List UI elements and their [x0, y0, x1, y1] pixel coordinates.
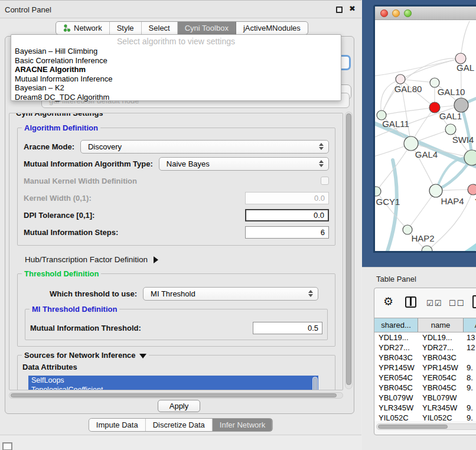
- table-row[interactable]: YDL19...YDL19...13: [374, 332, 476, 343]
- table-row[interactable]: YLR345WYLR345W9.: [374, 403, 476, 413]
- sources-legend[interactable]: Sources for Network Inference: [22, 351, 149, 360]
- list-scrollbar[interactable]: [312, 377, 318, 390]
- table-cell[interactable]: 9.: [464, 413, 476, 421]
- zoom-traffic-light-icon[interactable]: [404, 9, 412, 17]
- table-cell[interactable]: YDR27...: [374, 343, 418, 353]
- tab-impute-data[interactable]: Impute Data: [89, 419, 146, 431]
- table-cell[interactable]: YDL19...: [418, 332, 464, 343]
- network-node-gal4[interactable]: [404, 136, 418, 151]
- algorithm-option[interactable]: Dream8 DC_TDC Algorithm: [11, 93, 341, 102]
- network-canvas[interactable]: GALGAL80GAL10GAL1GAL11SWI4GAL4GCY1HAP4YH…: [375, 20, 476, 253]
- tab-network[interactable]: Network: [56, 22, 110, 34]
- table-row[interactable]: YPR145WYPR145W9.: [374, 363, 476, 373]
- table-cell[interactable]: YIL052C: [374, 413, 418, 421]
- mi-steps-field[interactable]: [245, 226, 329, 239]
- minimize-traffic-light-icon[interactable]: [392, 9, 400, 17]
- tab-infer-network[interactable]: Infer Network: [213, 419, 272, 431]
- split-pane-icon[interactable]: [405, 296, 416, 308]
- table-row[interactable]: YBR045CYBR045C9.: [374, 383, 476, 393]
- table-cell[interactable]: YPR145W: [418, 363, 464, 373]
- mi-algorithm-type-combobox[interactable]: Naive Bayes: [159, 157, 329, 171]
- table-row[interactable]: YER054CYER054C8.: [374, 373, 476, 383]
- table-cell[interactable]: 9.: [464, 403, 476, 413]
- collapse-arrow-icon: [139, 354, 146, 358]
- table-cell[interactable]: YLR345W: [374, 403, 418, 413]
- kernel-width-field[interactable]: [245, 192, 329, 204]
- network-window-titlebar[interactable]: [375, 6, 476, 20]
- table-cell[interactable]: YBL079W: [418, 393, 464, 403]
- document-icon[interactable]: [472, 295, 476, 308]
- table-row[interactable]: YDR27...YDR27...12: [374, 343, 476, 353]
- table-cell[interactable]: [464, 353, 476, 363]
- table-cell[interactable]: YBL079W: [374, 393, 418, 403]
- table-cell[interactable]: 9.: [464, 363, 476, 373]
- mi-threshold-field[interactable]: [253, 322, 322, 334]
- data-attributes-list[interactable]: SelfLoopsTopologicalCoefficientBetweenne…: [28, 376, 318, 390]
- table-cell[interactable]: YER054C: [374, 373, 418, 383]
- algorithm-option[interactable]: Bayesian – K2: [11, 83, 341, 93]
- algorithm-option[interactable]: Basic Correlation Inference: [11, 56, 341, 66]
- which-threshold-combobox[interactable]: MI Threshold: [143, 287, 318, 301]
- algorithm-option[interactable]: Mutual Information Inference: [11, 74, 341, 84]
- column-header-partial[interactable]: A: [464, 318, 476, 332]
- float-window-icon[interactable]: [336, 6, 343, 13]
- network-node-gal80[interactable]: [396, 74, 405, 84]
- table-cell[interactable]: YDR27...: [418, 343, 464, 353]
- close-traffic-light-icon[interactable]: [380, 9, 388, 17]
- network-node-swi4[interactable]: [445, 124, 456, 135]
- data-attribute-item[interactable]: SelfLoops: [28, 376, 318, 385]
- network-node-gray-node[interactable]: [454, 98, 468, 112]
- network-node-gcy1[interactable]: [375, 187, 381, 196]
- table-cell[interactable]: YBR045C: [418, 383, 464, 393]
- network-node-y-node[interactable]: [468, 184, 476, 195]
- hub-definition-expander[interactable]: Hub/Transcription Factor Definition: [25, 255, 343, 264]
- data-attribute-item[interactable]: TopologicalCoefficient: [28, 385, 318, 390]
- aracne-mode-combobox[interactable]: Discovery: [80, 140, 329, 154]
- algorithm-option[interactable]: Bayesian – Hill Climbing: [11, 47, 341, 56]
- network-node-big-green[interactable]: [464, 150, 476, 165]
- table-cell[interactable]: YBR045C: [374, 383, 418, 393]
- network-node-gal1[interactable]: [429, 102, 440, 113]
- table-cell[interactable]: YER054C: [418, 373, 464, 383]
- manual-kernel-width-checkbox[interactable]: [321, 177, 329, 185]
- table-cell[interactable]: YBR043C: [418, 353, 464, 363]
- apply-button[interactable]: Apply: [158, 400, 200, 412]
- table-cell[interactable]: YBR043C: [374, 353, 418, 363]
- network-node-gal10[interactable]: [430, 78, 439, 87]
- table-body[interactable]: YDL19...YDL19...13YDR27...YDR27...12YBR0…: [374, 332, 476, 421]
- table-cell[interactable]: YIL052C: [418, 413, 464, 421]
- table-cell[interactable]: [464, 393, 476, 403]
- column-header-name[interactable]: name: [418, 318, 464, 332]
- table-cell[interactable]: YPR145W: [374, 363, 418, 373]
- network-node-hap4[interactable]: [429, 184, 442, 197]
- gear-icon[interactable]: ⚙: [383, 296, 393, 307]
- table-cell[interactable]: 13: [464, 332, 476, 343]
- table-cell[interactable]: 8.: [464, 373, 476, 383]
- dpi-tolerance-field[interactable]: [245, 209, 329, 221]
- table-cell[interactable]: 9.: [464, 383, 476, 393]
- settings-vertical-scrollbar[interactable]: [345, 112, 353, 389]
- table-horizontal-scrollbar[interactable]: [376, 423, 476, 430]
- table-row[interactable]: YIL052CYIL052C9.: [374, 413, 476, 421]
- algorithm-option[interactable]: ARACNE Algorithm: [11, 65, 341, 74]
- table-row[interactable]: YBR043CYBR043C: [374, 353, 476, 363]
- unchecked-boxes-icon[interactable]: ☐☐: [449, 299, 465, 308]
- close-icon[interactable]: ✖: [349, 4, 356, 13]
- network-node-bottom-green[interactable]: [422, 246, 432, 253]
- tab-jactivemnodules[interactable]: jActiveMNodules: [236, 22, 308, 34]
- tab-discretize-data[interactable]: Discretize Data: [146, 419, 213, 431]
- checked-boxes-icon[interactable]: ☑☑: [426, 299, 442, 308]
- column-header-shared-name[interactable]: shared...: [374, 318, 418, 332]
- cyni-algorithm-settings-legend: Cyni Algorithm Settings: [14, 113, 106, 118]
- table-cell[interactable]: YDL19...: [374, 332, 418, 343]
- table-cell[interactable]: 12: [464, 343, 476, 353]
- docked-panel-icon[interactable]: [2, 442, 12, 450]
- network-view-window[interactable]: GALGAL80GAL10GAL1GAL11SWI4GAL4GCY1HAP4YH…: [373, 5, 476, 253]
- settings-horizontal-scrollbar[interactable]: [9, 392, 343, 399]
- tab-style[interactable]: Style: [110, 22, 142, 34]
- table-cell[interactable]: YLR345W: [418, 403, 464, 413]
- table-row[interactable]: YBL079WYBL079W: [374, 393, 476, 403]
- network-node-label: GAL1: [439, 111, 462, 121]
- tab-cyni-toolbox[interactable]: Cyni Toolbox: [178, 22, 236, 34]
- tab-select[interactable]: Select: [142, 22, 178, 34]
